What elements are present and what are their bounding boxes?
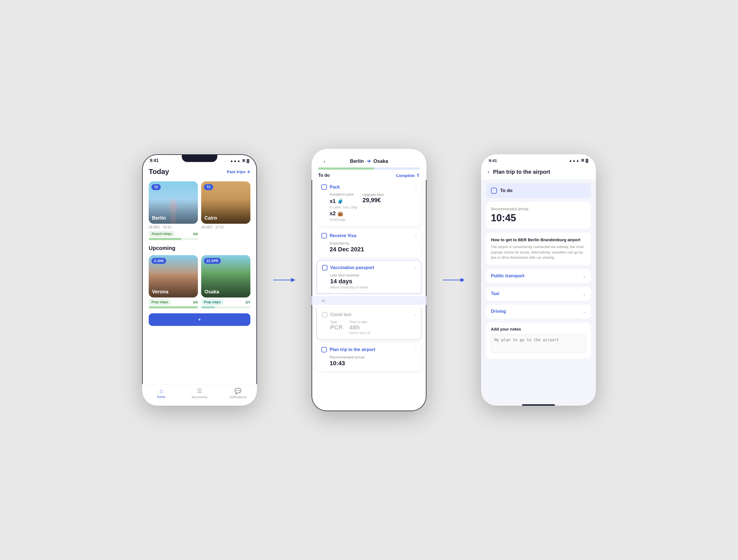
covid-body: Type PCR Time to take 48h before take of… xyxy=(322,320,416,335)
p3-signal-icon: ▲▲▲ xyxy=(569,158,580,162)
home-icon: ⌂ xyxy=(159,388,163,394)
p2-back-button[interactable]: ‹ xyxy=(317,155,332,168)
trip-city-osaka: Osaka xyxy=(205,289,219,295)
notes-section: Add your notes xyxy=(486,322,591,359)
how-to-title: How to get to BER Berlin Brandenburg air… xyxy=(491,237,586,242)
covid-title: Covid test xyxy=(330,312,412,317)
transport-taxi[interactable]: Taxi ⌄ xyxy=(486,287,591,301)
plan-trip-body: Recommended arrival 10:43 xyxy=(321,355,417,367)
trip-card-osaka[interactable]: 21 APR Osaka Prep steps 2/7 xyxy=(201,255,250,309)
taxi-chevron-icon: ⌄ xyxy=(583,291,586,297)
driving-label: Driving xyxy=(491,309,506,314)
public-transport-chevron-icon: ⌄ xyxy=(583,273,586,278)
home-indicator xyxy=(522,404,555,406)
transport-driving[interactable]: Driving ⌄ xyxy=(486,305,591,319)
upgrade-label: Upgrade from xyxy=(362,192,384,197)
pack-checkbox[interactable] xyxy=(321,184,327,190)
notch xyxy=(182,154,217,162)
nav-home-label: home xyxy=(157,395,165,399)
p3-wifi-icon: ⌘ xyxy=(581,158,585,162)
upgrade-price: 29,99€ xyxy=(362,197,384,204)
p3-status-bar: 9:41 ▲▲▲ ⌘ ▓ xyxy=(481,154,596,165)
plan-trip-time: 10:43 xyxy=(330,360,417,367)
visa-expected-label: Expected by xyxy=(330,241,417,245)
today-trips-grid: T2 Berlin 29 DEC · 15:53 Airport steps 4… xyxy=(149,181,250,240)
tab-complete[interactable]: Complete ⇧ xyxy=(396,173,420,178)
today-label: Today xyxy=(149,167,169,176)
berlin-progress-label: Airport steps xyxy=(149,231,175,237)
notes-input[interactable] xyxy=(491,334,586,353)
trip-city-cairo: Cairo xyxy=(205,215,217,221)
past-trips-arrow-icon xyxy=(247,170,250,174)
transport-public[interactable]: Public transport ⌄ xyxy=(486,269,591,283)
vax-checkbox[interactable] xyxy=(322,265,327,270)
visa-body: Expected by 24 Dec 2021 xyxy=(321,241,417,253)
visa-checkbox[interactable] xyxy=(321,233,327,238)
trip-badge-osaka: 21 APR xyxy=(204,258,221,264)
nav-notifications[interactable]: 💬 notifications xyxy=(219,388,257,399)
p2-from: Berlin xyxy=(350,158,364,164)
phone-checklist: ‹ Berlin ➔ Osaka To do Complete ⇧ xyxy=(312,149,426,411)
arrow-2 xyxy=(443,274,465,286)
bottom-nav: ⌂ home ☰ documents 💬 notifications xyxy=(142,384,257,406)
verona-progress-count: 5/5 xyxy=(193,300,198,304)
p3-time: 9:41 xyxy=(489,158,497,163)
plan-trip-title: Plan trip to the airport xyxy=(330,347,412,352)
past-trips-button[interactable]: Past trips xyxy=(227,169,250,174)
tab-todo[interactable]: To do xyxy=(318,173,330,178)
osaka-progress-label: Prep steps xyxy=(201,299,223,305)
trip-card-verona[interactable]: 2 JAN Verona Prep steps 5/5 xyxy=(149,255,198,309)
vax-days: 14 days xyxy=(330,278,416,285)
plan-trip-rec-label: Recommended arrival xyxy=(330,355,417,359)
add-trip-button[interactable]: + xyxy=(149,313,250,326)
covid-type-label: Type xyxy=(330,320,343,324)
how-to-get-block: How to get to BER Berlin Brandenburg air… xyxy=(486,232,591,265)
p2-content: ‹ Berlin ➔ Osaka To do Complete ⇧ xyxy=(312,149,426,411)
vax-last-shot-label: Last shot received xyxy=(330,273,416,277)
checklist-pack[interactable]: Pack › Included in price x1 🧳 in cabin, … xyxy=(317,180,421,226)
upcoming-trips-grid: 2 JAN Verona Prep steps 5/5 21 xyxy=(149,255,250,309)
berlin-progress-bar xyxy=(149,238,198,240)
trip-badge-cairo: T1 xyxy=(204,184,213,190)
p3-todo-button[interactable]: To do xyxy=(486,183,591,198)
p3-header: ‹ Plan trip to the airport xyxy=(481,165,596,179)
pack-x1: x1 xyxy=(330,198,336,204)
verona-progress-fill xyxy=(149,306,198,309)
berlin-progress-label-row: Airport steps 4/6 xyxy=(149,231,198,237)
covid-chevron-icon: › xyxy=(415,312,416,317)
pack-chevron-icon: › xyxy=(415,185,417,189)
trip-city-verona: Verona xyxy=(152,289,168,295)
trip-date-cairo: 30 DEC · 17:12 xyxy=(201,225,224,229)
pack-x2: x2 xyxy=(330,210,336,216)
plan-trip-checkbox[interactable] xyxy=(321,347,327,353)
nav-notifications-label: notifications xyxy=(229,395,246,399)
covid-checkbox[interactable] xyxy=(322,312,327,318)
trip-city-berlin: Berlin xyxy=(152,215,166,221)
phone-home: 9:41 ▲▲▲ ⌘ ▓ Today Past trips T2 xyxy=(142,154,257,406)
osaka-progress-fill xyxy=(201,306,215,309)
nav-documents[interactable]: ☰ documents xyxy=(180,388,219,399)
signal-icon: ▲▲▲ xyxy=(230,159,241,163)
osaka-progress-row: Prep steps 2/7 xyxy=(201,299,250,309)
trip-badge-verona: 2 JAN xyxy=(151,258,166,264)
checklist-plan-trip[interactable]: Plan trip to the airport › Recommended a… xyxy=(317,343,421,371)
p3-title: Plan trip to the airport xyxy=(493,169,550,175)
p2-tabs: To do Complete ⇧ xyxy=(312,170,426,180)
upcoming-label: Upcoming xyxy=(149,245,250,251)
complete-arrow-icon: ⇧ xyxy=(416,173,420,178)
nav-home[interactable]: ⌂ home xyxy=(142,388,180,399)
checklist-visa[interactable]: Receive Visa › Expected by 24 Dec 2021 xyxy=(317,229,421,257)
p3-back-button[interactable]: ‹ xyxy=(488,169,489,175)
trip-card-cairo[interactable]: T1 Cairo 30 DEC · 17:12 xyxy=(201,181,250,240)
checklist-covid[interactable]: Covid test › Type PCR Time to take 48h b… xyxy=(317,308,421,340)
or-divider: or xyxy=(312,297,426,305)
checklist-vaccination[interactable]: Vaccination passport › Last shot receive… xyxy=(317,260,421,294)
visa-chevron-icon: › xyxy=(415,233,417,238)
route-arrow-icon: ➔ xyxy=(367,158,371,164)
visa-date: 24 Dec 2021 xyxy=(330,246,417,253)
todo-checkbox[interactable] xyxy=(491,188,497,194)
covid-time-sub: before take off xyxy=(349,331,370,335)
p2-checklist: Pack › Included in price x1 🧳 in cabin, … xyxy=(312,180,426,411)
documents-icon: ☰ xyxy=(197,388,202,394)
trip-card-berlin[interactable]: T2 Berlin 29 DEC · 15:53 Airport steps 4… xyxy=(149,181,198,240)
